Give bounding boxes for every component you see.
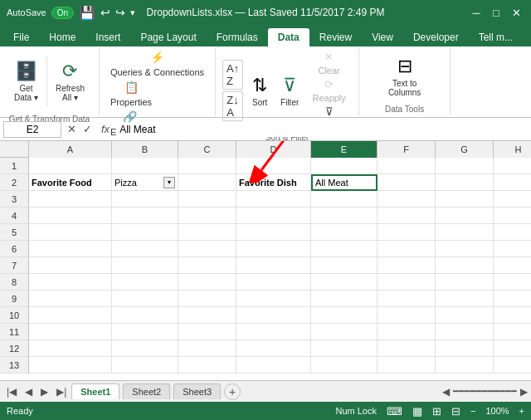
col-header-b[interactable]: B xyxy=(112,141,178,158)
table-row: 2 Favorite Food Pizza ▾ Favorite Dish Al… xyxy=(0,174,531,191)
row-header-3[interactable]: 3 xyxy=(0,191,29,208)
confirm-formula-btn[interactable]: ✓ xyxy=(80,123,95,135)
row-header-1[interactable]: 1 xyxy=(0,158,29,174)
redo-icon[interactable]: ↪ xyxy=(115,6,125,19)
spreadsheet-area: A B C D E F G H I 1 xyxy=(0,141,531,380)
row-header-6[interactable]: 6 xyxy=(0,241,29,257)
cell-e1[interactable] xyxy=(311,158,378,174)
zoom-out-btn[interactable]: − xyxy=(470,406,475,416)
table-row: 11 xyxy=(0,324,531,340)
sheet-nav-next[interactable]: ▶ xyxy=(37,384,51,399)
cell-reference-input[interactable] xyxy=(3,121,61,138)
queries-connections-button[interactable]: ⚡ Queries & Connections xyxy=(108,50,207,78)
col-header-c[interactable]: C xyxy=(178,141,236,158)
sort-button[interactable]: ⇅ Sort xyxy=(246,73,273,109)
view-layout-btn[interactable]: ⊞ xyxy=(432,405,441,418)
get-data-button[interactable]: 🗄️ GetData ▾ xyxy=(11,59,41,104)
save-icon[interactable]: 💾 xyxy=(79,5,95,21)
sheet-nav-last[interactable]: ▶| xyxy=(53,384,70,399)
cell-c1[interactable] xyxy=(178,158,236,174)
cell-d2[interactable]: Favorite Dish xyxy=(236,174,311,191)
row-header-10[interactable]: 10 xyxy=(0,307,29,324)
num-lock-status: Num Lock xyxy=(335,406,377,416)
zoom-in-btn[interactable]: + xyxy=(519,406,524,416)
formula-input[interactable] xyxy=(116,122,528,137)
filter-button[interactable]: ⊽ Filter xyxy=(276,73,303,109)
row-header-7[interactable]: 7 xyxy=(0,257,29,274)
col-header-f[interactable]: F xyxy=(378,141,436,158)
dropdown-indicator[interactable]: ▾ xyxy=(163,177,175,188)
row-header-12[interactable]: 12 xyxy=(0,340,29,357)
cell-d1[interactable] xyxy=(236,158,311,174)
clear-button[interactable]: ✕ Clear xyxy=(306,50,352,76)
scrollbar-track[interactable]: ━━━━━━━━━━━ xyxy=(453,386,517,397)
tab-review[interactable]: Review xyxy=(309,28,362,46)
tab-developer[interactable]: Developer xyxy=(403,28,469,46)
row-header-11[interactable]: 11 xyxy=(0,324,29,340)
title-filename: DropdownLists.xlsx — Last Saved 11/5/201… xyxy=(136,7,395,18)
tab-page-layout[interactable]: Page Layout xyxy=(130,28,206,46)
minimize-btn[interactable]: ─ xyxy=(468,4,485,21)
tab-data[interactable]: Data xyxy=(268,28,309,46)
cell-g1[interactable] xyxy=(436,158,494,174)
view-normal-btn[interactable]: ▦ xyxy=(412,405,422,418)
tab-formulas[interactable]: Formulas xyxy=(207,28,268,46)
maximize-btn[interactable]: □ xyxy=(488,4,504,21)
sort-desc-button[interactable]: Z↓A xyxy=(222,91,242,121)
sheet-tab-1[interactable]: Sheet1 xyxy=(71,383,119,399)
sheet-nav-first[interactable]: |◀ xyxy=(3,384,20,399)
status-bar: Ready Num Lock ⌨ ▦ ⊞ ⊟ − 100% + xyxy=(0,402,531,420)
tab-home[interactable]: Home xyxy=(39,28,85,46)
col-header-a[interactable]: A xyxy=(29,141,112,158)
add-sheet-button[interactable]: + xyxy=(224,383,241,400)
group-data-tools: ⊟ Text toColumns Data Tools xyxy=(359,48,451,115)
view-page-break-btn[interactable]: ⊟ xyxy=(451,405,460,418)
scroll-left-btn[interactable]: ◀ xyxy=(442,386,450,398)
cell-b1[interactable] xyxy=(112,158,178,174)
cell-a2[interactable]: Favorite Food xyxy=(29,174,112,191)
cell-h1[interactable] xyxy=(494,158,531,174)
formula-bar: ✕ ✓ fx xyxy=(0,118,531,141)
tab-file[interactable]: File xyxy=(3,28,39,46)
sheet-tab-3[interactable]: Sheet3 xyxy=(173,383,221,399)
col-header-d[interactable]: D xyxy=(236,141,311,158)
col-header-h[interactable]: H xyxy=(494,141,531,158)
tab-insert[interactable]: Insert xyxy=(85,28,130,46)
cell-h2[interactable] xyxy=(494,174,531,191)
sort-asc-button[interactable]: A↑Z xyxy=(222,60,243,90)
cell-c2[interactable] xyxy=(178,174,236,191)
text-to-columns-button[interactable]: ⊟ Text toColumns xyxy=(385,54,424,99)
undo-icon[interactable]: ↩ xyxy=(100,6,110,19)
row-header-4[interactable]: 4 xyxy=(0,208,29,224)
row-header-5[interactable]: 5 xyxy=(0,224,29,241)
row-header-13[interactable]: 13 xyxy=(0,357,29,374)
col-header-g[interactable]: G xyxy=(436,141,494,158)
row-header-2[interactable]: 2 xyxy=(0,174,29,191)
col-header-e[interactable]: E xyxy=(311,141,378,158)
cell-g2[interactable] xyxy=(436,174,494,191)
row-header-8[interactable]: 8 xyxy=(0,274,29,291)
cell-f2[interactable] xyxy=(378,174,436,191)
cancel-formula-btn[interactable]: ✕ xyxy=(65,123,79,135)
cell-b2[interactable]: Pizza ▾ xyxy=(112,174,178,191)
refresh-all-button[interactable]: ⟳ RefreshAll ▾ xyxy=(52,59,88,104)
clear-icon: ✕ xyxy=(324,51,334,63)
properties-icon: 📋 xyxy=(124,81,139,94)
autosave-toggle[interactable]: On xyxy=(51,7,74,19)
tab-tell-me[interactable]: Tell m... xyxy=(469,28,523,46)
cell-a1[interactable] xyxy=(29,158,112,174)
cell-e2[interactable]: All Meat xyxy=(311,174,378,191)
row-header-9[interactable]: 9 xyxy=(0,291,29,307)
cell-a3[interactable] xyxy=(29,191,112,208)
properties-button[interactable]: 📋 Properties xyxy=(108,80,154,108)
sheet-tab-2[interactable]: Sheet2 xyxy=(123,383,170,399)
tab-view[interactable]: View xyxy=(362,28,403,46)
scroll-right-btn[interactable]: ▶ xyxy=(520,386,528,398)
close-btn[interactable]: ✕ xyxy=(508,4,524,21)
table-row: 13 xyxy=(0,357,531,374)
quick-access-icon[interactable]: ▾ xyxy=(130,7,135,18)
cell-f1[interactable] xyxy=(378,158,436,174)
sheet-nav-prev[interactable]: ◀ xyxy=(22,384,36,399)
title-bar: AutoSave On 💾 ↩ ↪ ▾ DropdownLists.xlsx —… xyxy=(0,0,531,25)
reapply-button[interactable]: ⟳ Reapply xyxy=(306,77,352,104)
